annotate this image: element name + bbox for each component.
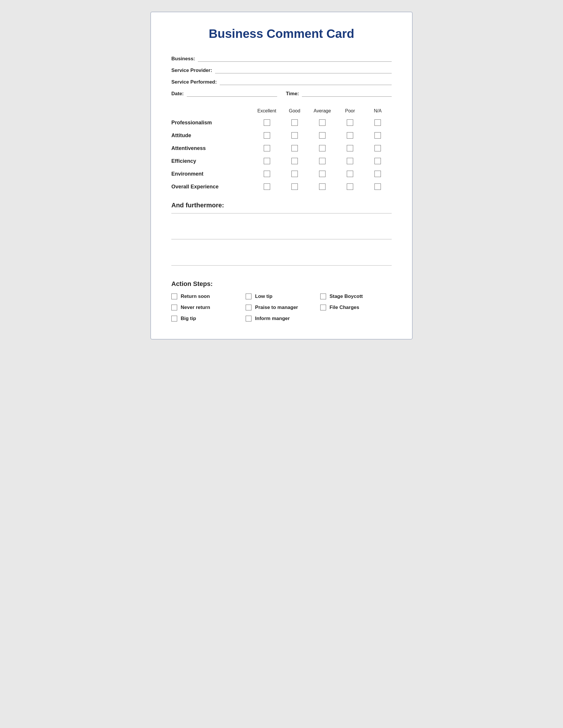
- checkbox-cell: [364, 183, 392, 190]
- checkbox-praise-manager[interactable]: [246, 305, 251, 310]
- checkbox-professionalism-good[interactable]: [292, 119, 298, 126]
- checkbox-cell: [336, 145, 364, 151]
- checkbox-professionalism-poor[interactable]: [347, 119, 353, 126]
- checkbox-attentiveness-average[interactable]: [319, 145, 326, 151]
- checkbox-environment-poor[interactable]: [347, 171, 353, 177]
- category-attitude: Attitude: [171, 132, 253, 139]
- checkbox-attitude-good[interactable]: [292, 132, 298, 139]
- action-label-big-tip: Big tip: [181, 316, 196, 321]
- action-item-big-tip: Big tip: [171, 316, 243, 321]
- col-good: Good: [280, 108, 308, 114]
- checkbox-cell: [308, 132, 336, 139]
- checkbox-overall-na[interactable]: [375, 183, 381, 190]
- checkbox-return-soon[interactable]: [171, 294, 177, 299]
- checkbox-attentiveness-excellent[interactable]: [264, 145, 270, 151]
- col-poor: Poor: [336, 108, 364, 114]
- checkbox-environment-average[interactable]: [319, 171, 326, 177]
- checkbox-attentiveness-good[interactable]: [292, 145, 298, 151]
- checkbox-attitude-excellent[interactable]: [264, 132, 270, 139]
- checkbox-attitude-na[interactable]: [375, 132, 381, 139]
- checkbox-efficiency-good[interactable]: [292, 158, 298, 164]
- action-label-return-soon: Return soon: [181, 294, 210, 299]
- checkbox-cell: [280, 132, 308, 139]
- rating-row-efficiency: Efficiency: [171, 158, 392, 164]
- checkbox-efficiency-average[interactable]: [319, 158, 326, 164]
- service-provider-input[interactable]: [215, 67, 392, 73]
- date-time-row: Date: Time:: [171, 90, 392, 97]
- rating-row-environment: Environment: [171, 171, 392, 177]
- action-steps-title: Action Steps:: [171, 280, 392, 288]
- checkbox-cell: [336, 119, 364, 126]
- checkbox-never-return[interactable]: [171, 305, 177, 310]
- checkbox-cell: [364, 132, 392, 139]
- checkbox-cell: [364, 119, 392, 126]
- time-input[interactable]: [302, 90, 392, 97]
- checkbox-cell: [253, 158, 280, 164]
- action-item-low-tip: Low tip: [246, 294, 317, 299]
- checkbox-professionalism-excellent[interactable]: [264, 119, 270, 126]
- checkbox-environment-excellent[interactable]: [264, 171, 270, 177]
- checkbox-cell: [280, 183, 308, 190]
- checkbox-cell: [364, 145, 392, 151]
- checkbox-cell: [253, 132, 280, 139]
- col-average: Average: [308, 108, 336, 114]
- time-label: Time:: [286, 91, 299, 97]
- category-efficiency: Efficiency: [171, 158, 253, 164]
- checkbox-professionalism-average[interactable]: [319, 119, 326, 126]
- furthermore-text-area-2[interactable]: [171, 239, 392, 266]
- rating-row-attitude: Attitude: [171, 132, 392, 139]
- checkbox-stage-boycott[interactable]: [320, 294, 326, 299]
- checkbox-efficiency-excellent[interactable]: [264, 158, 270, 164]
- checkbox-cell: [253, 145, 280, 151]
- checkbox-cell: [280, 119, 308, 126]
- checkbox-environment-good[interactable]: [292, 171, 298, 177]
- rating-row-attentiveness: Attentiveness: [171, 145, 392, 151]
- checkbox-overall-poor[interactable]: [347, 183, 353, 190]
- checkbox-cell: [253, 119, 280, 126]
- time-field: Time:: [286, 90, 392, 97]
- checkbox-attitude-poor[interactable]: [347, 132, 353, 139]
- action-item-praise-manager: Praise to manager: [246, 305, 317, 310]
- action-label-file-charges: File Charges: [330, 305, 359, 310]
- card-title: Business Comment Card: [171, 27, 392, 41]
- checkbox-cell: [336, 132, 364, 139]
- action-label-stage-boycott: Stage Boycott: [330, 294, 363, 299]
- business-input[interactable]: [198, 55, 392, 62]
- checkbox-professionalism-na[interactable]: [375, 119, 381, 126]
- checkbox-cell: [364, 171, 392, 177]
- checkbox-efficiency-na[interactable]: [375, 158, 381, 164]
- checkbox-cell: [280, 145, 308, 151]
- checkbox-efficiency-poor[interactable]: [347, 158, 353, 164]
- action-item-return-soon: Return soon: [171, 294, 243, 299]
- checkbox-cell: [253, 183, 280, 190]
- checkbox-overall-average[interactable]: [319, 183, 326, 190]
- action-item-file-charges: File Charges: [320, 305, 392, 310]
- furthermore-section: And furthermore:: [171, 202, 392, 266]
- checkbox-attitude-average[interactable]: [319, 132, 326, 139]
- date-input[interactable]: [187, 90, 277, 97]
- checkbox-attentiveness-poor[interactable]: [347, 145, 353, 151]
- action-label-never-return: Never return: [181, 305, 210, 310]
- checkbox-attentiveness-na[interactable]: [375, 145, 381, 151]
- service-performed-field-row: Service Performed:: [171, 79, 392, 85]
- checkbox-low-tip[interactable]: [246, 294, 251, 299]
- col-excellent: Excellent: [253, 108, 280, 114]
- action-item-stage-boycott: Stage Boycott: [320, 294, 392, 299]
- checkbox-file-charges[interactable]: [320, 305, 326, 310]
- checkbox-cell: [280, 158, 308, 164]
- col-na: N/A: [364, 108, 392, 114]
- checkbox-cell: [336, 183, 364, 190]
- checkbox-cell: [253, 171, 280, 177]
- checkbox-environment-na[interactable]: [375, 171, 381, 177]
- service-performed-label: Service Performed:: [171, 79, 217, 85]
- checkbox-overall-good[interactable]: [292, 183, 298, 190]
- checkbox-big-tip[interactable]: [171, 316, 177, 321]
- checkbox-cell: [364, 158, 392, 164]
- rating-row-overall-experience: Overall Experience: [171, 183, 392, 190]
- service-performed-input[interactable]: [220, 79, 392, 85]
- checkbox-overall-excellent[interactable]: [264, 183, 270, 190]
- action-steps-section: Action Steps: Return soon Low tip Stage …: [171, 280, 392, 321]
- furthermore-text-area-1[interactable]: [171, 213, 392, 239]
- ratings-section: Excellent Good Average Poor N/A Professi…: [171, 108, 392, 190]
- checkbox-inform-manager[interactable]: [246, 316, 251, 321]
